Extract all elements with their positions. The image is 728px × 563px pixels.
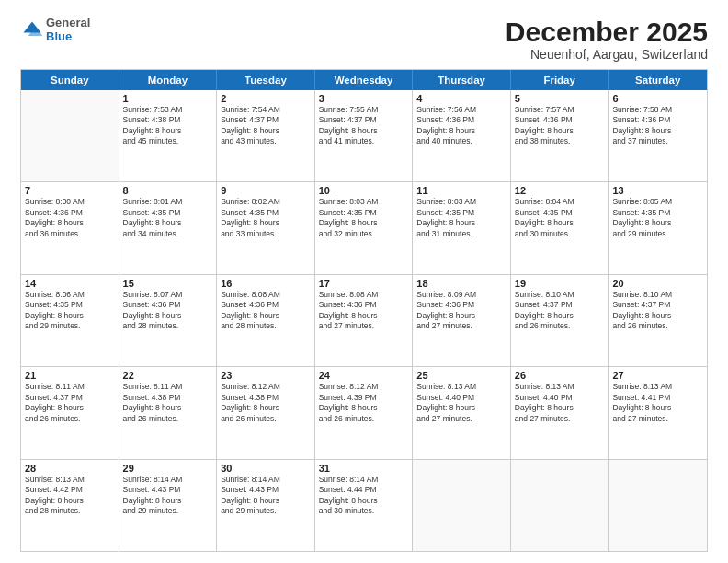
calendar-week-3: 14Sunrise: 8:06 AM Sunset: 4:35 PM Dayli… bbox=[21, 275, 707, 367]
cell-day-number: 16 bbox=[221, 278, 311, 289]
header-tuesday: Tuesday bbox=[217, 70, 315, 90]
table-row: 16Sunrise: 8:08 AM Sunset: 4:36 PM Dayli… bbox=[217, 275, 315, 366]
cell-day-number: 22 bbox=[123, 370, 213, 381]
cell-info: Sunrise: 8:09 AM Sunset: 4:36 PM Dayligh… bbox=[416, 290, 506, 332]
cell-day-number: 13 bbox=[612, 185, 703, 196]
cell-day-number: 26 bbox=[515, 370, 605, 381]
cell-day-number: 27 bbox=[612, 370, 703, 381]
cell-day-number: 28 bbox=[25, 463, 115, 474]
location: Neuenhof, Aargau, Switzerland bbox=[506, 47, 708, 62]
logo-general: General bbox=[46, 16, 90, 29]
title-block: December 2025 Neuenhof, Aargau, Switzerl… bbox=[506, 17, 708, 62]
cell-info: Sunrise: 8:13 AM Sunset: 4:40 PM Dayligh… bbox=[416, 382, 506, 424]
cell-info: Sunrise: 8:11 AM Sunset: 4:37 PM Dayligh… bbox=[25, 382, 115, 424]
cell-info: Sunrise: 8:13 AM Sunset: 4:41 PM Dayligh… bbox=[612, 382, 703, 424]
cell-day-number: 25 bbox=[416, 370, 506, 381]
month-title: December 2025 bbox=[506, 17, 708, 47]
cell-info: Sunrise: 8:07 AM Sunset: 4:36 PM Dayligh… bbox=[123, 290, 213, 332]
table-row: 7Sunrise: 8:00 AM Sunset: 4:36 PM Daylig… bbox=[21, 182, 119, 273]
table-row: 1Sunrise: 7:53 AM Sunset: 4:38 PM Daylig… bbox=[119, 90, 218, 181]
cell-day-number: 1 bbox=[123, 93, 213, 104]
cell-day-number: 29 bbox=[123, 463, 213, 474]
cell-day-number: 21 bbox=[25, 370, 115, 381]
cell-info: Sunrise: 8:06 AM Sunset: 4:35 PM Dayligh… bbox=[25, 290, 115, 332]
table-row bbox=[609, 460, 707, 551]
table-row bbox=[413, 460, 511, 551]
cell-info: Sunrise: 8:08 AM Sunset: 4:36 PM Dayligh… bbox=[319, 290, 409, 332]
calendar-header: Sunday Monday Tuesday Wednesday Thursday… bbox=[21, 70, 707, 90]
cell-info: Sunrise: 8:10 AM Sunset: 4:37 PM Dayligh… bbox=[515, 290, 605, 332]
cell-info: Sunrise: 7:55 AM Sunset: 4:37 PM Dayligh… bbox=[319, 105, 409, 147]
cell-day-number: 24 bbox=[319, 370, 409, 381]
header-friday: Friday bbox=[511, 70, 609, 90]
cell-info: Sunrise: 8:12 AM Sunset: 4:39 PM Dayligh… bbox=[319, 382, 409, 424]
table-row: 12Sunrise: 8:04 AM Sunset: 4:35 PM Dayli… bbox=[511, 182, 609, 273]
cell-day-number: 7 bbox=[25, 185, 115, 196]
calendar: Sunday Monday Tuesday Wednesday Thursday… bbox=[20, 69, 708, 552]
header-sunday: Sunday bbox=[21, 70, 119, 90]
table-row: 28Sunrise: 8:13 AM Sunset: 4:42 PM Dayli… bbox=[21, 460, 119, 551]
logo-blue: Blue bbox=[46, 29, 72, 43]
cell-info: Sunrise: 8:01 AM Sunset: 4:35 PM Dayligh… bbox=[123, 197, 213, 239]
cell-day-number: 23 bbox=[221, 370, 311, 381]
table-row: 20Sunrise: 8:10 AM Sunset: 4:37 PM Dayli… bbox=[609, 275, 707, 366]
cell-info: Sunrise: 8:00 AM Sunset: 4:36 PM Dayligh… bbox=[25, 197, 115, 239]
calendar-week-5: 28Sunrise: 8:13 AM Sunset: 4:42 PM Dayli… bbox=[21, 460, 707, 551]
cell-info: Sunrise: 8:11 AM Sunset: 4:38 PM Dayligh… bbox=[123, 382, 213, 424]
cell-day-number: 5 bbox=[515, 93, 605, 104]
cell-day-number: 15 bbox=[123, 278, 213, 289]
cell-day-number: 31 bbox=[319, 463, 409, 474]
cell-day-number: 11 bbox=[416, 185, 506, 196]
cell-info: Sunrise: 7:57 AM Sunset: 4:36 PM Dayligh… bbox=[515, 105, 605, 147]
header-monday: Monday bbox=[119, 70, 218, 90]
table-row: 21Sunrise: 8:11 AM Sunset: 4:37 PM Dayli… bbox=[21, 367, 119, 458]
table-row bbox=[511, 460, 609, 551]
header: General Blue December 2025 Neuenhof, Aar… bbox=[20, 17, 708, 62]
table-row: 31Sunrise: 8:14 AM Sunset: 4:44 PM Dayli… bbox=[315, 460, 414, 551]
cell-info: Sunrise: 8:05 AM Sunset: 4:35 PM Dayligh… bbox=[612, 197, 703, 239]
table-row: 2Sunrise: 7:54 AM Sunset: 4:37 PM Daylig… bbox=[217, 90, 315, 181]
table-row: 25Sunrise: 8:13 AM Sunset: 4:40 PM Dayli… bbox=[413, 367, 511, 458]
cell-day-number: 30 bbox=[221, 463, 311, 474]
cell-info: Sunrise: 7:53 AM Sunset: 4:38 PM Dayligh… bbox=[123, 105, 213, 147]
cell-info: Sunrise: 8:08 AM Sunset: 4:36 PM Dayligh… bbox=[221, 290, 311, 332]
table-row: 3Sunrise: 7:55 AM Sunset: 4:37 PM Daylig… bbox=[315, 90, 414, 181]
cell-info: Sunrise: 7:54 AM Sunset: 4:37 PM Dayligh… bbox=[221, 105, 311, 147]
cell-info: Sunrise: 8:14 AM Sunset: 4:44 PM Dayligh… bbox=[319, 475, 409, 517]
table-row: 24Sunrise: 8:12 AM Sunset: 4:39 PM Dayli… bbox=[315, 367, 414, 458]
cell-info: Sunrise: 7:56 AM Sunset: 4:36 PM Dayligh… bbox=[416, 105, 506, 147]
cell-info: Sunrise: 8:14 AM Sunset: 4:43 PM Dayligh… bbox=[221, 475, 311, 517]
cell-day-number: 6 bbox=[612, 93, 703, 104]
cell-day-number: 10 bbox=[319, 185, 409, 196]
table-row bbox=[21, 90, 119, 181]
header-saturday: Saturday bbox=[609, 70, 707, 90]
calendar-body: 1Sunrise: 7:53 AM Sunset: 4:38 PM Daylig… bbox=[21, 90, 707, 551]
cell-day-number: 18 bbox=[416, 278, 506, 289]
cell-day-number: 8 bbox=[123, 185, 213, 196]
logo-icon bbox=[20, 18, 44, 42]
calendar-week-4: 21Sunrise: 8:11 AM Sunset: 4:37 PM Dayli… bbox=[21, 367, 707, 459]
table-row: 30Sunrise: 8:14 AM Sunset: 4:43 PM Dayli… bbox=[217, 460, 315, 551]
table-row: 17Sunrise: 8:08 AM Sunset: 4:36 PM Dayli… bbox=[315, 275, 414, 366]
calendar-week-2: 7Sunrise: 8:00 AM Sunset: 4:36 PM Daylig… bbox=[21, 182, 707, 274]
cell-day-number: 20 bbox=[612, 278, 703, 289]
cell-info: Sunrise: 8:03 AM Sunset: 4:35 PM Dayligh… bbox=[416, 197, 506, 239]
cell-day-number: 17 bbox=[319, 278, 409, 289]
page: General Blue December 2025 Neuenhof, Aar… bbox=[0, 0, 728, 563]
cell-day-number: 9 bbox=[221, 185, 311, 196]
cell-info: Sunrise: 8:10 AM Sunset: 4:37 PM Dayligh… bbox=[612, 290, 703, 332]
table-row: 10Sunrise: 8:03 AM Sunset: 4:35 PM Dayli… bbox=[315, 182, 414, 273]
cell-day-number: 2 bbox=[221, 93, 311, 104]
table-row: 19Sunrise: 8:10 AM Sunset: 4:37 PM Dayli… bbox=[511, 275, 609, 366]
table-row: 14Sunrise: 8:06 AM Sunset: 4:35 PM Dayli… bbox=[21, 275, 119, 366]
cell-info: Sunrise: 8:13 AM Sunset: 4:42 PM Dayligh… bbox=[25, 475, 115, 517]
cell-info: Sunrise: 8:03 AM Sunset: 4:35 PM Dayligh… bbox=[319, 197, 409, 239]
table-row: 13Sunrise: 8:05 AM Sunset: 4:35 PM Dayli… bbox=[609, 182, 707, 273]
table-row: 29Sunrise: 8:14 AM Sunset: 4:43 PM Dayli… bbox=[119, 460, 218, 551]
table-row: 22Sunrise: 8:11 AM Sunset: 4:38 PM Dayli… bbox=[119, 367, 218, 458]
table-row: 27Sunrise: 8:13 AM Sunset: 4:41 PM Dayli… bbox=[609, 367, 707, 458]
table-row: 4Sunrise: 7:56 AM Sunset: 4:36 PM Daylig… bbox=[413, 90, 511, 181]
table-row: 6Sunrise: 7:58 AM Sunset: 4:36 PM Daylig… bbox=[609, 90, 707, 181]
cell-info: Sunrise: 8:04 AM Sunset: 4:35 PM Dayligh… bbox=[515, 197, 605, 239]
cell-day-number: 19 bbox=[515, 278, 605, 289]
